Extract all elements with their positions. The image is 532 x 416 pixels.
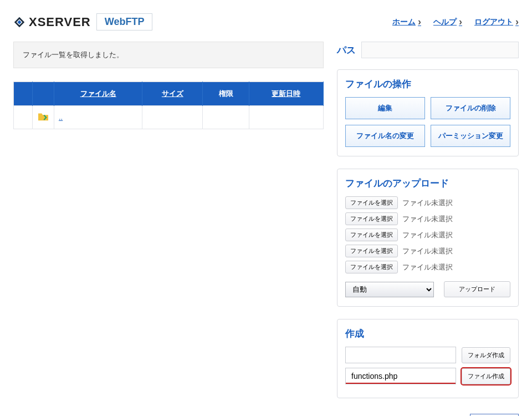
row-name[interactable]: .. xyxy=(54,106,142,129)
encoding-select[interactable]: UTF-8 xyxy=(470,414,519,416)
create-title: 作成 xyxy=(345,327,510,340)
file-status-1: ファイル未選択 xyxy=(402,198,453,208)
transfer-mode-select[interactable]: 自動 xyxy=(345,282,434,297)
col-checkbox xyxy=(14,82,33,106)
folder-up-icon xyxy=(37,115,49,123)
operations-title: ファイルの操作 xyxy=(345,78,510,90)
nav-home[interactable]: ホーム xyxy=(392,16,421,28)
path-label: パス xyxy=(337,44,356,57)
file-choose-2[interactable]: ファイルを選択 xyxy=(345,212,398,225)
nav-logout[interactable]: ログアウト xyxy=(474,16,519,28)
webftp-badge: WebFTP xyxy=(96,13,153,31)
col-name[interactable]: ファイル名 xyxy=(54,82,142,106)
file-status-4: ファイル未選択 xyxy=(402,246,453,256)
col-size[interactable]: サイズ xyxy=(142,82,203,106)
file-choose-5[interactable]: ファイルを選択 xyxy=(345,261,398,273)
row-folder-icon-cell xyxy=(33,106,54,129)
row-perm xyxy=(203,106,249,129)
file-choose-4[interactable]: ファイルを選択 xyxy=(345,245,398,257)
file-choose-3[interactable]: ファイルを選択 xyxy=(345,229,398,241)
upload-button[interactable]: アップロード xyxy=(444,281,510,297)
create-panel: 作成 フォルダ作成 ファイル作成 xyxy=(337,319,519,398)
brand-icon xyxy=(13,16,25,28)
edit-button[interactable]: 編集 xyxy=(345,97,425,119)
brand-text: XSERVER xyxy=(29,15,91,29)
permission-button[interactable]: パーミッション変更 xyxy=(431,125,510,147)
row-size xyxy=(142,106,203,129)
path-input[interactable] xyxy=(361,42,519,58)
status-message: ファイル一覧を取得しました。 xyxy=(13,42,324,68)
table-row: .. xyxy=(14,106,324,129)
logo: XSERVER WebFTP xyxy=(13,13,152,31)
file-table: ファイル名 サイズ 権限 更新日時 xyxy=(13,82,324,129)
upload-title: ファイルのアップロード xyxy=(345,177,510,190)
col-icon xyxy=(33,82,54,106)
folder-name-input[interactable] xyxy=(345,347,456,363)
file-status-5: ファイル未選択 xyxy=(402,262,453,272)
upload-panel: ファイルのアップロード ファイルを選択ファイル未選択 ファイルを選択ファイル未選… xyxy=(337,169,519,307)
file-status-3: ファイル未選択 xyxy=(402,230,453,240)
col-perm: 権限 xyxy=(203,82,249,106)
create-folder-button[interactable]: フォルダ作成 xyxy=(462,347,510,363)
col-updated[interactable]: 更新日時 xyxy=(249,82,323,106)
create-file-button[interactable]: ファイル作成 xyxy=(462,368,510,384)
nav-help[interactable]: ヘルプ xyxy=(433,16,462,28)
row-updated xyxy=(249,106,323,129)
delete-button[interactable]: ファイルの削除 xyxy=(431,97,510,119)
operations-panel: ファイルの操作 編集 ファイルの削除 ファイル名の変更 パーミッション変更 xyxy=(337,69,519,156)
row-checkbox-cell xyxy=(14,106,33,129)
file-name-input[interactable] xyxy=(345,368,456,384)
file-choose-1[interactable]: ファイルを選択 xyxy=(345,196,398,209)
file-status-2: ファイル未選択 xyxy=(402,214,453,224)
rename-button[interactable]: ファイル名の変更 xyxy=(345,125,425,147)
